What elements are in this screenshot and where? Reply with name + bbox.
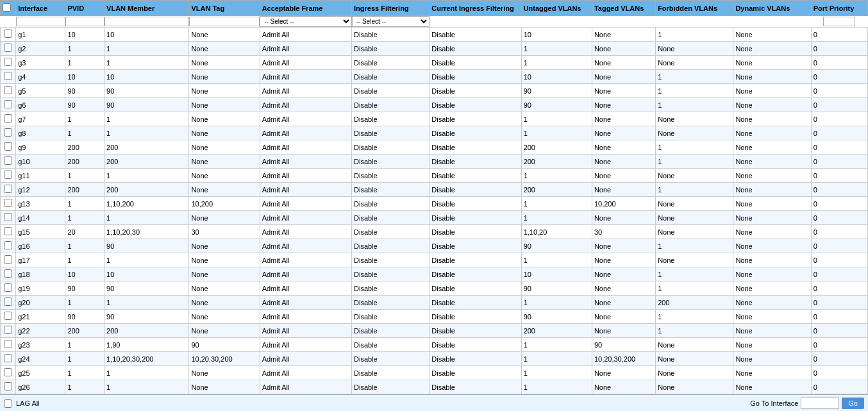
select-all-checkbox[interactable] bbox=[3, 3, 11, 12]
lag-all-checkbox[interactable] bbox=[4, 399, 12, 408]
row-checkbox[interactable] bbox=[4, 368, 12, 376]
row-checkbox[interactable] bbox=[4, 128, 12, 137]
cell-dynamic_vlans: None bbox=[733, 225, 811, 239]
row-checkbox[interactable] bbox=[4, 283, 12, 292]
row-checkbox[interactable] bbox=[4, 382, 12, 390]
cell-forbidden_vlans: 200 bbox=[656, 296, 733, 310]
filter-ingress-select[interactable]: -- Select -- Enable Disable bbox=[352, 16, 430, 27]
filter-pvid-input[interactable] bbox=[65, 17, 104, 26]
cell-tagged_vlans: None bbox=[592, 140, 655, 155]
cell-vlan_tag: None bbox=[189, 267, 260, 281]
cell-forbidden_vlans: None bbox=[656, 225, 733, 239]
table-row: g16190NoneAdmit AllDisableDisable90None1… bbox=[1, 239, 868, 253]
row-checkbox[interactable] bbox=[4, 312, 12, 320]
cell-vlan_tag: None bbox=[189, 183, 260, 197]
cell-dynamic_vlans: None bbox=[733, 352, 811, 366]
row-checkbox[interactable] bbox=[4, 199, 12, 207]
cell-interface: g15 bbox=[16, 225, 65, 239]
cell-port_priority: 0 bbox=[811, 211, 867, 225]
cell-vlan_tag: None bbox=[189, 98, 260, 112]
footer-right: Go To Interface Go bbox=[750, 398, 864, 409]
cell-forbidden_vlans: None bbox=[656, 169, 733, 183]
filter-vlan-tag-input[interactable] bbox=[189, 17, 260, 26]
row-checkbox[interactable] bbox=[4, 213, 12, 221]
row-checkbox-cell bbox=[1, 84, 16, 98]
cell-tagged_vlans: None bbox=[592, 324, 655, 338]
cell-port_priority: 0 bbox=[811, 310, 867, 324]
cell-interface: g19 bbox=[16, 281, 65, 296]
row-checkbox[interactable] bbox=[4, 255, 12, 264]
go-button[interactable]: Go bbox=[842, 398, 864, 409]
cell-interface: g23 bbox=[16, 338, 65, 352]
filter-vlan-member-input[interactable] bbox=[104, 17, 189, 26]
filter-untagged bbox=[521, 16, 592, 28]
cell-port_priority: 0 bbox=[811, 183, 867, 197]
row-checkbox[interactable] bbox=[4, 298, 12, 306]
row-checkbox[interactable] bbox=[4, 340, 12, 348]
row-checkbox[interactable] bbox=[4, 58, 12, 66]
row-checkbox[interactable] bbox=[4, 29, 12, 38]
go-to-interface-input[interactable] bbox=[801, 398, 839, 409]
row-checkbox[interactable] bbox=[4, 171, 12, 179]
cell-ingress_filtering: Disable bbox=[352, 352, 430, 366]
cell-ingress_filtering: Disable bbox=[352, 225, 430, 239]
cell-acceptable_frame: Admit All bbox=[260, 28, 351, 42]
row-checkbox[interactable] bbox=[4, 156, 12, 165]
cell-current_ingress: Disable bbox=[430, 112, 521, 126]
row-checkbox[interactable] bbox=[4, 114, 12, 122]
row-checkbox[interactable] bbox=[4, 44, 12, 52]
cell-vlan_tag: None bbox=[189, 169, 260, 183]
row-checkbox[interactable] bbox=[4, 72, 12, 80]
cell-current_ingress: Disable bbox=[430, 70, 521, 84]
cell-dynamic_vlans: None bbox=[733, 112, 811, 126]
cell-vlan_member: 200 bbox=[104, 140, 189, 155]
cell-port_priority: 0 bbox=[811, 296, 867, 310]
cell-acceptable_frame: Admit All bbox=[260, 112, 351, 126]
cell-vlan_tag: None bbox=[189, 42, 260, 56]
cell-vlan_tag: None bbox=[189, 296, 260, 310]
header-row: Interface PVID VLAN Member VLAN Tag Acce… bbox=[1, 1, 868, 16]
cell-untagged_vlans: 10 bbox=[521, 267, 592, 281]
cell-untagged_vlans: 1 bbox=[521, 126, 592, 140]
row-checkbox[interactable] bbox=[4, 100, 12, 108]
cell-vlan_tag: None bbox=[189, 84, 260, 98]
cell-tagged_vlans: None bbox=[592, 267, 655, 281]
row-checkbox[interactable] bbox=[4, 326, 12, 334]
cell-interface: g25 bbox=[16, 366, 65, 380]
cell-ingress_filtering: Disable bbox=[352, 98, 430, 112]
cell-port_priority: 0 bbox=[811, 56, 867, 70]
cell-interface: g2 bbox=[16, 42, 65, 56]
row-checkbox[interactable] bbox=[4, 354, 12, 362]
cell-tagged_vlans: None bbox=[592, 310, 655, 324]
cell-port_priority: 0 bbox=[811, 197, 867, 211]
row-checkbox-cell bbox=[1, 183, 16, 197]
filter-priority-input[interactable] bbox=[823, 17, 855, 26]
row-checkbox-cell bbox=[1, 338, 16, 352]
row-checkbox[interactable] bbox=[4, 86, 12, 94]
cell-forbidden_vlans: 1 bbox=[656, 183, 733, 197]
col-header-vlan-member: VLAN Member bbox=[104, 1, 189, 16]
row-checkbox[interactable] bbox=[4, 185, 12, 193]
cell-vlan_tag: None bbox=[189, 211, 260, 225]
cell-forbidden_vlans: None bbox=[656, 338, 733, 352]
row-checkbox[interactable] bbox=[4, 142, 12, 151]
table-row: g22200200NoneAdmit AllDisableDisable200N… bbox=[1, 324, 868, 338]
cell-vlan_tag: None bbox=[189, 112, 260, 126]
cell-current_ingress: Disable bbox=[430, 380, 521, 394]
cell-port_priority: 0 bbox=[811, 84, 867, 98]
cell-forbidden_vlans: None bbox=[656, 253, 733, 267]
cell-ingress_filtering: Disable bbox=[352, 140, 430, 155]
table-row: g811NoneAdmit AllDisableDisable1NoneNone… bbox=[1, 126, 868, 140]
filter-acceptable-frame-select[interactable]: -- Select -- Admit All Admit Only VLAN T… bbox=[260, 16, 351, 27]
row-checkbox[interactable] bbox=[4, 241, 12, 249]
filter-interface-input[interactable] bbox=[16, 17, 65, 26]
cell-pvid: 90 bbox=[65, 310, 104, 324]
cell-dynamic_vlans: None bbox=[733, 70, 811, 84]
cell-forbidden_vlans: None bbox=[656, 197, 733, 211]
row-checkbox[interactable] bbox=[4, 269, 12, 278]
cell-port_priority: 0 bbox=[811, 225, 867, 239]
row-checkbox[interactable] bbox=[4, 227, 12, 235]
cell-vlan_member: 90 bbox=[104, 239, 189, 253]
row-checkbox-cell bbox=[1, 253, 16, 267]
cell-dynamic_vlans: None bbox=[733, 296, 811, 310]
